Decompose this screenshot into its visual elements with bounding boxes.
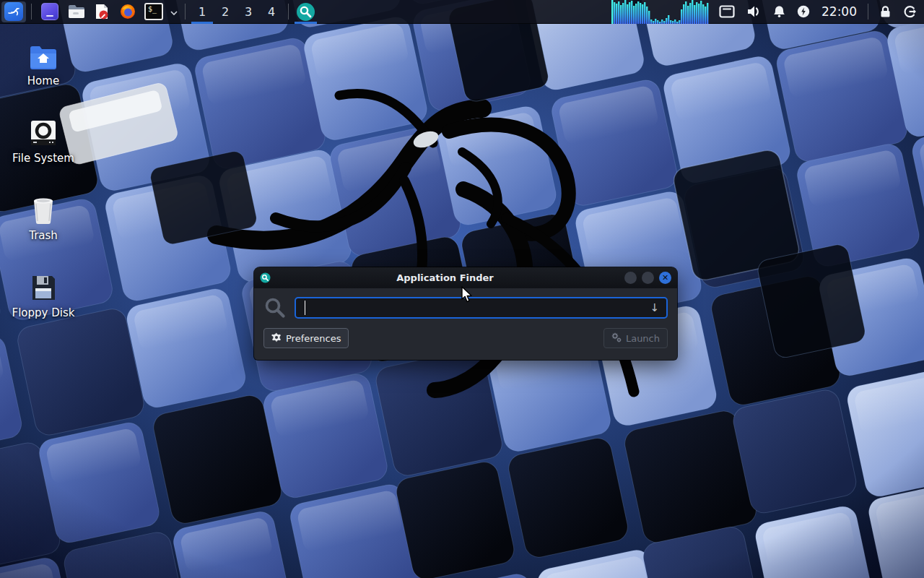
mouse-cursor: [461, 286, 474, 303]
search-input[interactable]: ↓: [295, 297, 668, 319]
panel-separator: [185, 4, 186, 20]
minimize-button[interactable]: [624, 272, 637, 284]
desktop-icon-label: Trash: [29, 229, 58, 242]
system-tray: 22:00: [611, 0, 924, 24]
notifications-bell-icon[interactable]: [773, 5, 785, 18]
folder-icon: [67, 3, 84, 20]
panel-separator: [31, 4, 32, 20]
gear-icon: [271, 332, 282, 344]
panel-separator: [868, 4, 868, 20]
display-icon[interactable]: [719, 5, 735, 18]
desktop-icon-label: File System: [12, 152, 74, 165]
launch-button[interactable]: Launch: [603, 328, 668, 348]
workspace-3[interactable]: 3: [237, 0, 260, 24]
panel-separator: [288, 4, 289, 20]
power-manager-icon[interactable]: [797, 5, 810, 18]
titlebar[interactable]: Application Finder ✕: [254, 267, 677, 288]
audio-spectrum-visualizer[interactable]: [611, 0, 709, 24]
applications-menu-button[interactable]: [1, 1, 26, 22]
floppy-disk-icon: [30, 272, 56, 301]
preferences-button[interactable]: Preferences: [263, 328, 349, 348]
chevron-down-icon[interactable]: [170, 5, 178, 19]
kali-logo-icon: [4, 2, 23, 21]
application-finder-window: Application Finder ✕ ↓: [254, 267, 677, 360]
search-icon: [263, 296, 287, 319]
text-editor-icon: [93, 3, 110, 20]
top-panel: $_ 1 2 3 4: [0, 0, 924, 24]
close-button[interactable]: ✕: [659, 272, 671, 284]
lock-screen-icon[interactable]: [879, 5, 892, 18]
launcher-app-purple[interactable]: [40, 2, 59, 21]
maximize-button[interactable]: [642, 272, 654, 284]
launcher-firefox[interactable]: [118, 2, 137, 21]
launcher-file-manager[interactable]: [66, 2, 85, 21]
text-caret: [305, 301, 305, 315]
purple-app-icon: [41, 3, 58, 20]
workspace-2[interactable]: 2: [214, 0, 237, 24]
desktop-icon-home[interactable]: Home: [4, 40, 83, 87]
window-title: Application Finder: [271, 272, 619, 283]
harddrive-icon: [30, 118, 57, 147]
desktop-icon-trash[interactable]: Trash: [4, 195, 83, 242]
workspace-4[interactable]: 4: [260, 0, 283, 24]
dropdown-arrow-icon[interactable]: ↓: [650, 301, 659, 314]
desktop-icon-filesystem[interactable]: File System: [4, 118, 83, 165]
preferences-label: Preferences: [286, 333, 341, 344]
workspace-1[interactable]: 1: [191, 0, 214, 24]
desktop-icon-label: Home: [27, 74, 59, 87]
app-finder-icon: [296, 2, 315, 22]
launcher-terminal[interactable]: $_: [144, 2, 163, 21]
terminal-icon: $_: [144, 3, 163, 20]
clock[interactable]: 22:00: [821, 4, 857, 19]
launch-gears-icon: [611, 332, 622, 344]
desktop-icon-label: Floppy Disk: [12, 306, 75, 319]
trash-icon: [30, 195, 56, 224]
taskbar-application-finder[interactable]: [294, 0, 318, 24]
firefox-icon: [119, 3, 136, 20]
launch-label: Launch: [626, 333, 660, 344]
desktop: Home File System Trash: [0, 0, 924, 578]
home-folder-icon: [29, 40, 58, 69]
app-finder-window-icon: [260, 272, 271, 283]
desktop-icon-floppy[interactable]: Floppy Disk: [4, 272, 83, 319]
volume-icon[interactable]: [746, 5, 762, 18]
launcher-text-editor[interactable]: [92, 2, 111, 21]
logout-icon[interactable]: [903, 5, 917, 18]
close-icon: ✕: [662, 274, 668, 282]
